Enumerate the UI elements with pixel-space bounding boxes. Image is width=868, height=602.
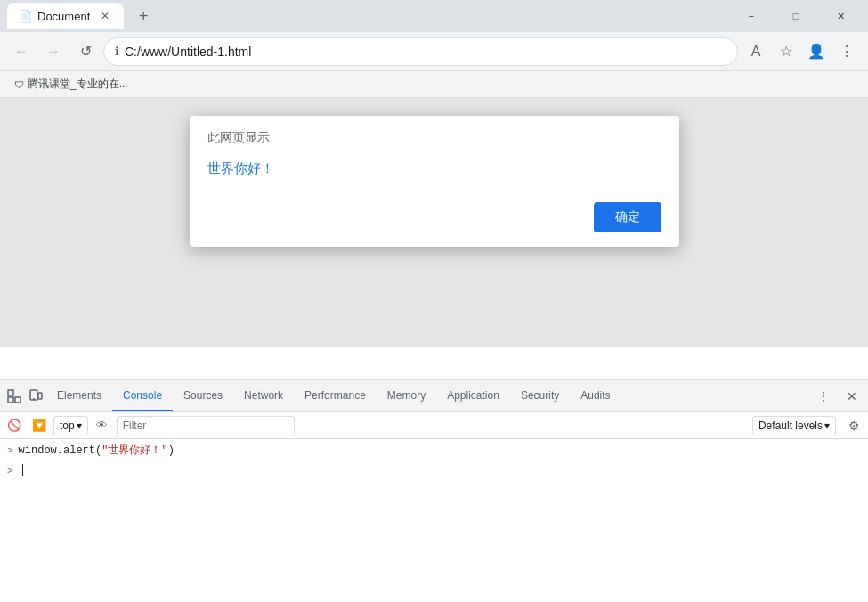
address-text: C:/www/Untitled-1.html bbox=[125, 45, 726, 59]
console-line: > window.alert("世界你好！") bbox=[0, 441, 868, 460]
menu-button[interactable]: ⋮ bbox=[832, 37, 861, 66]
nav-bar: ← → ↺ ℹ C:/www/Untitled-1.html A ☆ 👤 ⋮ bbox=[0, 32, 868, 71]
console-output: > window.alert("世界你好！") > bbox=[0, 439, 868, 602]
console-string: "世界你好！" bbox=[101, 444, 167, 457]
tab-title: Document bbox=[37, 10, 90, 23]
tab-close-button[interactable]: ✕ bbox=[97, 8, 113, 24]
console-keyword-1: window.alert( bbox=[19, 444, 102, 457]
devtools-close-button[interactable]: ✕ bbox=[840, 384, 864, 409]
alert-overlay: 此网页显示 世界你好！ 确定 bbox=[0, 98, 868, 347]
close-button[interactable]: ✕ bbox=[820, 2, 861, 30]
devtools-tab-security[interactable]: Security bbox=[510, 380, 570, 411]
cursor-line: > bbox=[0, 460, 868, 480]
page-area: 此网页显示 世界你好！ 确定 bbox=[0, 98, 868, 347]
devtools-more-button[interactable]: ⋮ bbox=[811, 384, 836, 409]
console-code: window.alert("世界你好！") bbox=[19, 443, 174, 458]
text-cursor bbox=[22, 464, 23, 476]
console-arrow: > bbox=[7, 445, 13, 456]
console-toolbar: 🚫 🔽 top ▾ 👁 Default levels ▾ ⚙ bbox=[0, 412, 868, 439]
profile-button[interactable]: 👤 bbox=[802, 37, 831, 66]
svg-rect-1 bbox=[15, 397, 20, 403]
devtools-tab-list: ElementsConsoleSourcesNetworkPerformance… bbox=[46, 380, 621, 411]
maximize-button[interactable]: □ bbox=[775, 2, 816, 30]
back-button[interactable]: ← bbox=[7, 37, 36, 66]
translate-button[interactable]: A bbox=[742, 37, 770, 66]
reload-button[interactable]: ↺ bbox=[71, 37, 100, 66]
devtools-tab-network[interactable]: Network bbox=[233, 380, 294, 411]
devtools-panel: ElementsConsoleSourcesNetworkPerformance… bbox=[0, 379, 868, 602]
devtools-tab-sources[interactable]: Sources bbox=[173, 380, 233, 411]
context-dropdown-icon: ▾ bbox=[77, 419, 82, 432]
devtools-tab-memory[interactable]: Memory bbox=[377, 380, 436, 411]
context-selector[interactable]: top ▾ bbox=[53, 416, 88, 435]
new-tab-button[interactable]: + bbox=[131, 4, 156, 28]
browser-tab[interactable]: 📄 Document ✕ bbox=[7, 3, 124, 29]
eye-icon[interactable]: 👁 bbox=[92, 415, 113, 436]
forward-button[interactable]: → bbox=[39, 37, 68, 66]
window-controls: − □ ✕ bbox=[731, 2, 861, 30]
alert-message: 世界你好！ bbox=[190, 153, 679, 195]
console-prompt: > bbox=[7, 465, 12, 476]
minimize-button[interactable]: − bbox=[731, 2, 772, 30]
devtools-tabs: ElementsConsoleSourcesNetworkPerformance… bbox=[0, 380, 868, 412]
bookmarks-bar: 🛡 腾讯课堂_专业的在... bbox=[0, 71, 868, 98]
address-bar[interactable]: ℹ C:/www/Untitled-1.html bbox=[103, 37, 738, 66]
bookmark-favicon: 🛡 bbox=[14, 79, 24, 90]
alert-header: 此网页显示 bbox=[190, 116, 679, 153]
tab-favicon: 📄 bbox=[18, 10, 30, 22]
address-icon: ℹ bbox=[115, 45, 119, 58]
devtools-inspect-button[interactable] bbox=[4, 386, 25, 407]
svg-rect-4 bbox=[38, 393, 42, 399]
log-level-dropdown-icon: ▾ bbox=[824, 419, 830, 432]
alert-ok-button[interactable]: 确定 bbox=[594, 202, 661, 232]
devtools-tab-elements[interactable]: Elements bbox=[46, 380, 112, 411]
context-label: top bbox=[60, 419, 75, 432]
devtools-tab-audits[interactable]: Audits bbox=[570, 380, 621, 411]
svg-rect-0 bbox=[8, 390, 13, 395]
log-level-label: Default levels bbox=[758, 419, 823, 432]
devtools-device-button[interactable] bbox=[25, 386, 46, 407]
console-filter-icon[interactable]: 🔽 bbox=[28, 415, 50, 436]
devtools-tab-console[interactable]: Console bbox=[112, 380, 173, 411]
devtools-actions: ⋮ ✕ bbox=[811, 384, 864, 409]
filter-input[interactable] bbox=[117, 416, 295, 435]
alert-dialog: 此网页显示 世界你好！ 确定 bbox=[190, 116, 679, 247]
alert-footer: 确定 bbox=[190, 195, 679, 247]
bookmark-button[interactable]: ☆ bbox=[772, 37, 800, 66]
devtools-tab-performance[interactable]: Performance bbox=[294, 380, 377, 411]
clear-console-button[interactable]: 🚫 bbox=[4, 415, 25, 436]
bookmark-item[interactable]: 🛡 腾讯课堂_专业的在... bbox=[7, 75, 135, 94]
title-bar: 📄 Document ✕ + − □ ✕ bbox=[0, 0, 868, 32]
svg-rect-2 bbox=[8, 397, 13, 403]
devtools-tab-application[interactable]: Application bbox=[436, 380, 510, 411]
nav-actions: A ☆ 👤 ⋮ bbox=[742, 37, 861, 66]
console-keyword-2: ) bbox=[168, 444, 174, 457]
bookmark-label: 腾讯课堂_专业的在... bbox=[28, 77, 128, 92]
devtools-settings-button[interactable]: ⚙ bbox=[843, 415, 864, 436]
log-level-selector[interactable]: Default levels ▾ bbox=[752, 416, 836, 435]
